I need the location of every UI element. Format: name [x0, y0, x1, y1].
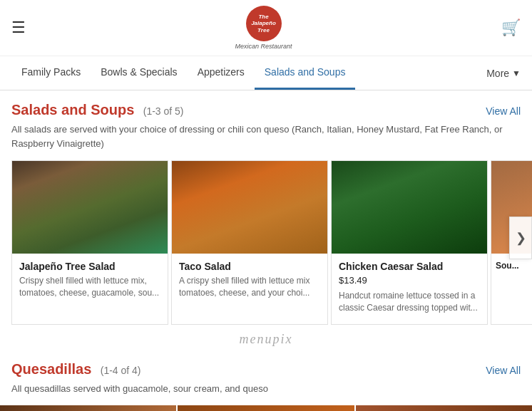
- nav-item-family-packs[interactable]: Family Packs: [11, 56, 91, 90]
- quesadilla-strip-img-3: [356, 405, 532, 411]
- salads-section-count: (1-3 of 5): [143, 105, 184, 117]
- quesadillas-section-header: Quesadillas (1-4 of 4) View All: [11, 361, 521, 378]
- salad-card-1-body: Jalapeño Tree Salad Crispy shell filled …: [12, 254, 168, 309]
- quesadillas-section: Quesadillas (1-4 of 4) View All All ques…: [11, 361, 521, 396]
- menupix-watermark: menupix: [11, 325, 521, 354]
- salad-card-1-title: Jalapeño Tree Salad: [19, 261, 160, 272]
- salad-card-3-desc: Handcut romaine lettuce tossed in a clas…: [339, 290, 480, 314]
- quesadillas-section-count: (1-4 of 4): [101, 365, 141, 376]
- salads-section-header: Salads and Soups (1-3 of 5) View All: [11, 102, 521, 118]
- logo: TheJalapeñoTree Mexican Restaurant: [26, 6, 501, 50]
- salad-card-1-desc: Crispy shell filled with lettuce mix, to…: [19, 275, 160, 299]
- salad-card-2-body: Taco Salad A crispy shell filled with le…: [172, 254, 327, 309]
- main-nav: Family Packs Bowls & Specials Appetizers…: [0, 56, 532, 90]
- salad-card-4-partial-title: Sou...: [496, 261, 528, 271]
- salad-card-3-price: $13.49: [339, 275, 480, 286]
- nav-more-button[interactable]: More ▼: [476, 58, 521, 89]
- salads-title-group: Salads and Soups (1-3 of 5): [11, 102, 184, 118]
- salads-cards-wrapper: Jalapeño Tree Salad Crispy shell filled …: [0, 160, 532, 325]
- quesadilla-strip-img-1: [0, 405, 176, 411]
- nav-item-salads-soups[interactable]: Salads and Soups: [255, 56, 356, 90]
- salads-section-title: Salads and Soups: [11, 102, 134, 118]
- salad-card-2-desc: A crispy shell filled with lettuce mix t…: [179, 275, 320, 299]
- salad-card-2[interactable]: Taco Salad A crispy shell filled with le…: [171, 160, 328, 325]
- quesadillas-view-all[interactable]: View All: [486, 365, 521, 376]
- salad-card-3-image: [332, 161, 487, 254]
- menupix-text: menupix: [240, 332, 293, 346]
- salads-cards-scroll: Jalapeño Tree Salad Crispy shell filled …: [0, 160, 532, 325]
- logo-subtitle: Mexican Restaurant: [235, 43, 292, 50]
- quesadillas-description: All quesadillas served with guacamole, s…: [11, 382, 521, 396]
- app-header: ☰ TheJalapeñoTree Mexican Restaurant 🛒: [0, 0, 532, 56]
- nav-more-label: More: [486, 68, 509, 79]
- salad-card-1-image: [12, 161, 168, 254]
- salad-card-3-body: Chicken Caesar Salad $13.49 Handcut roma…: [332, 254, 487, 324]
- main-content: Salads and Soups (1-3 of 5) View All All…: [0, 90, 532, 411]
- hamburger-icon[interactable]: ☰: [11, 19, 26, 37]
- chevron-down-icon: ▼: [512, 68, 521, 78]
- cart-icon[interactable]: 🛒: [501, 19, 521, 37]
- quesadilla-strip-img-2: [178, 405, 354, 411]
- salad-card-1[interactable]: Jalapeño Tree Salad Crispy shell filled …: [11, 160, 168, 325]
- salads-description: All salads are served with your choice o…: [11, 123, 521, 150]
- salads-section: Salads and Soups (1-3 of 5) View All All…: [11, 102, 521, 325]
- quesadillas-images-strip: [0, 405, 532, 411]
- salad-card-3-title: Chicken Caesar Salad: [339, 261, 480, 272]
- quesadillas-title-group: Quesadillas (1-4 of 4): [11, 361, 141, 378]
- cards-next-button[interactable]: ❯: [509, 217, 532, 259]
- salad-card-2-title: Taco Salad: [179, 261, 320, 272]
- salad-card-2-image: [172, 161, 327, 254]
- salad-card-3[interactable]: Chicken Caesar Salad $13.49 Handcut roma…: [331, 160, 488, 325]
- nav-item-appetizers[interactable]: Appetizers: [188, 56, 255, 90]
- logo-circle: TheJalapeñoTree: [246, 6, 282, 41]
- nav-item-bowls-specials[interactable]: Bowls & Specials: [91, 56, 187, 90]
- quesadillas-section-title: Quesadillas: [11, 361, 91, 377]
- salads-view-all[interactable]: View All: [486, 105, 521, 117]
